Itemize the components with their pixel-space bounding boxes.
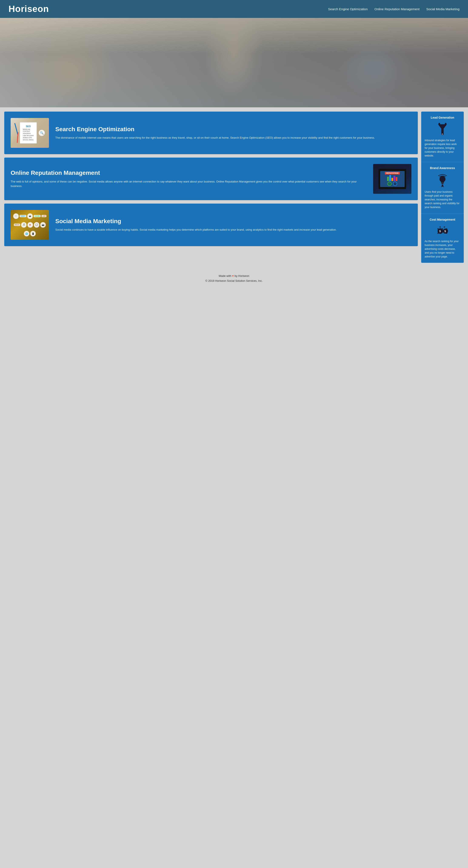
sidebar-cost-management-title: Cost Management	[425, 218, 460, 221]
hero-image	[0, 18, 468, 107]
orm-section: REPUTATION	[4, 158, 418, 200]
svg-point-9	[442, 185, 443, 186]
nav-link-smm[interactable]: Social Media Marketing	[426, 7, 460, 11]
svg-rect-21	[444, 232, 445, 234]
seo-description: The dominance of mobile internet use mea…	[55, 136, 375, 140]
nav-link-seo[interactable]: Search Engine Optimization	[328, 7, 368, 11]
smm-section: f TWEET 📸 SHARE LIKE MEDIA 🎵 ▶ 💬 📷 🌐 📱	[4, 204, 418, 246]
sidebar-brand-awareness-title: Brand Awareness	[425, 166, 460, 170]
funnel-icon: $	[425, 123, 460, 135]
gear-dollar-icon: $ $	[425, 225, 460, 237]
smm-image: f TWEET 📸 SHARE LIKE MEDIA 🎵 ▶ 💬 📷 🌐 📱	[11, 210, 49, 240]
svg-rect-20	[446, 232, 447, 234]
svg-rect-19	[446, 228, 447, 229]
sidebar-lead-generation: Lead Generation $ Inbound strategies for…	[421, 112, 464, 162]
sidebar-brand-awareness-desc: Users find your business through paid an…	[425, 190, 460, 209]
orm-description: The web is full of opinions, and some of…	[11, 180, 367, 188]
svg-point-4	[445, 123, 446, 125]
smm-title: Social Media Marketing	[55, 218, 337, 225]
main-content: SEO BASELINE CONTENT HEADINGS LINK BUILD…	[0, 107, 468, 267]
svg-text:$: $	[439, 229, 441, 233]
svg-text:$: $	[444, 229, 446, 233]
sidebar-cost-management: Cost Management $ $	[421, 214, 464, 263]
svg-rect-15	[444, 226, 445, 227]
svg-rect-7	[441, 183, 444, 183]
orm-image: REPUTATION	[373, 164, 411, 194]
nav-link-orm[interactable]: Online Reputation Management	[374, 7, 420, 11]
seo-image: SEO BASELINE CONTENT HEADINGS LINK BUILD…	[11, 118, 49, 148]
svg-point-3	[438, 123, 440, 125]
svg-rect-22	[439, 232, 441, 234]
svg-rect-14	[439, 226, 441, 227]
sidebar-cost-management-desc: As the search ranking for your business …	[425, 239, 460, 258]
sidebar-lead-generation-title: Lead Generation	[425, 116, 460, 119]
orm-text: Online Reputation Management The web is …	[11, 169, 367, 188]
site-logo: Horiseon	[8, 4, 49, 14]
svg-rect-8	[442, 184, 443, 184]
sidebar: Lead Generation $ Inbound strategies for…	[421, 112, 464, 263]
svg-rect-12	[438, 228, 438, 229]
smm-description: Social media continues to have a sizable…	[55, 228, 337, 232]
svg-marker-0	[438, 124, 447, 133]
seo-section: SEO BASELINE CONTENT HEADINGS LINK BUILD…	[4, 112, 418, 154]
svg-rect-16	[442, 228, 443, 229]
sidebar-lead-generation-desc: Inbound strategies for lead generation r…	[425, 138, 460, 158]
sidebar-brand-awareness: Brand Awareness Users find you	[421, 162, 464, 214]
service-sections: SEO BASELINE CONTENT HEADINGS LINK BUILD…	[4, 112, 418, 263]
footer-line1: Made with ♥ by Horiseon	[4, 273, 464, 278]
main-nav: Search Engine Optimization Online Reputa…	[328, 7, 460, 11]
footer-heart-icon: ♥	[232, 274, 234, 277]
seo-text: Search Engine Optimization The dominance…	[55, 126, 375, 140]
bulb-icon	[425, 173, 460, 187]
smm-text: Social Media Marketing Social media cont…	[55, 218, 337, 232]
svg-rect-6	[441, 182, 444, 183]
site-footer: Made with ♥ by Horiseon © 2019 Horiseon …	[0, 267, 468, 288]
seo-title: Search Engine Optimization	[55, 126, 375, 133]
orm-title: Online Reputation Management	[11, 169, 367, 177]
site-header: Horiseon Search Engine Optimization Onli…	[0, 0, 468, 18]
footer-line2: © 2019 Horiseon Social Solution Services…	[4, 278, 464, 283]
svg-rect-13	[438, 232, 438, 234]
svg-text:$: $	[442, 133, 443, 135]
